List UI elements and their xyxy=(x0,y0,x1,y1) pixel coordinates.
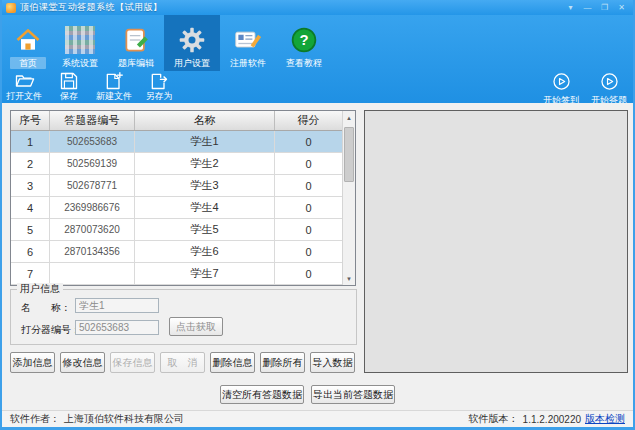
user-settings-gear-icon xyxy=(177,25,207,55)
scroll-down-icon[interactable]: ▼ xyxy=(343,272,355,285)
chevron-down-icon[interactable]: ▾ xyxy=(563,0,578,15)
nav-item-view-tutorial[interactable]: ? 查看教程 xyxy=(276,15,332,71)
table-header: 序号 答题器编号 名称 得分 xyxy=(11,111,342,131)
nav-item-question-bank[interactable]: 题库编辑 xyxy=(108,15,164,71)
open-file-icon xyxy=(13,71,35,91)
import-data-button[interactable]: 导入数据 xyxy=(310,352,355,373)
action-item-start-signin[interactable]: 开始签到 xyxy=(543,72,579,106)
device-id-field[interactable] xyxy=(75,320,159,335)
file-item-open-file[interactable]: 打开文件 xyxy=(6,71,42,103)
cell-no: 3 xyxy=(11,175,50,196)
cell-name: 学生2 xyxy=(135,153,275,174)
save-as-icon xyxy=(148,71,170,91)
svg-text:?: ? xyxy=(299,32,308,48)
cell-device-id: 2369986676 xyxy=(50,197,135,218)
cell-device-id: 2870134356 xyxy=(50,241,135,262)
table-scrollbar[interactable]: ▲ ▼ xyxy=(342,111,355,285)
play-circle-icon xyxy=(600,72,619,95)
main-toolbar: 首页 系统设置 题库编辑 用户设置 注册软件 ? 查看教程 打开文件 保存 新建… xyxy=(2,15,633,103)
cancel-button[interactable]: 取 消 xyxy=(160,352,205,373)
save-info-button[interactable]: 保存信息 xyxy=(110,352,155,373)
name-field[interactable] xyxy=(75,298,159,313)
nav-item-user-settings[interactable]: 用户设置 xyxy=(164,15,220,71)
session-actions: 开始签到 开始答题 xyxy=(543,72,627,106)
cell-score: 0 xyxy=(275,197,342,218)
cell-name: 学生1 xyxy=(135,131,275,152)
cell-no: 6 xyxy=(11,241,50,262)
close-icon[interactable]: ✕ xyxy=(614,0,629,15)
table-row[interactable]: 3 502678771 学生3 0 xyxy=(11,175,342,197)
cell-score: 0 xyxy=(275,241,342,262)
window-controls: ▾ — ❐ ✕ xyxy=(563,0,629,15)
delete-info-button[interactable]: 删除信息 xyxy=(210,352,255,373)
action-item-start-answer[interactable]: 开始答题 xyxy=(591,72,627,106)
status-bar: 软件作者： 上海顶伯软件科技有限公司 软件版本： 1.1.2.200220 版本… xyxy=(2,410,633,427)
export-current-button[interactable]: 导出当前答题数据 xyxy=(311,385,395,404)
cell-device-id: 502569139 xyxy=(50,153,135,174)
cell-no: 2 xyxy=(11,153,50,174)
version-value: 1.1.2.200220 xyxy=(523,414,581,425)
cell-device-id: 502653683 xyxy=(50,131,135,152)
question-bank-icon xyxy=(121,25,151,55)
main-area: 序号 答题器编号 名称 得分 1 502653683 学生1 0 2 50256… xyxy=(2,103,633,410)
device-table-body: 1 502653683 学生1 0 2 502569139 学生2 0 3 50… xyxy=(11,131,342,285)
cell-score: 0 xyxy=(275,219,342,240)
add-info-button[interactable]: 添加信息 xyxy=(10,352,55,373)
cell-device-id: 2870073620 xyxy=(50,219,135,240)
system-settings-icon xyxy=(65,25,95,55)
cell-device-id xyxy=(50,263,135,284)
table-row[interactable]: 2 502569139 学生2 0 xyxy=(11,153,342,175)
app-logo-icon xyxy=(6,3,16,13)
cell-name: 学生7 xyxy=(135,263,275,284)
cell-name: 学生6 xyxy=(135,241,275,262)
version-check-link[interactable]: 版本检测 xyxy=(585,412,625,426)
table-row[interactable]: 1 502653683 学生1 0 xyxy=(11,131,342,153)
cell-score: 0 xyxy=(275,175,342,196)
delete-all-button[interactable]: 删除所有 xyxy=(260,352,305,373)
modify-info-button[interactable]: 修改信息 xyxy=(60,352,105,373)
tutorial-help-icon: ? xyxy=(289,25,319,55)
device-table: 序号 答题器编号 名称 得分 1 502653683 学生1 0 2 50256… xyxy=(10,110,356,286)
author-value: 上海顶伯软件科技有限公司 xyxy=(64,412,184,426)
cell-name: 学生4 xyxy=(135,197,275,218)
clear-all-answers-button[interactable]: 清空所有答题数据 xyxy=(220,385,304,404)
scroll-thumb[interactable] xyxy=(344,127,354,182)
name-label: 名 称： xyxy=(21,301,71,315)
author-label: 软件作者： xyxy=(10,412,60,426)
file-item-new-file[interactable]: 新建文件 xyxy=(96,71,132,103)
data-buttons: 清空所有答题数据 导出当前答题数据 xyxy=(220,385,395,404)
user-info-group: 用户信息 名 称： 打分器编号： 点击获取 xyxy=(10,289,357,345)
user-info-title: 用户信息 xyxy=(17,283,63,295)
version-label: 软件版本： xyxy=(469,412,519,426)
register-software-icon xyxy=(233,25,263,55)
header-device-id: 答题器编号 xyxy=(50,111,135,130)
header-score: 得分 xyxy=(275,111,342,130)
title-bar: 顶伯课堂互动答题系统【试用版】 ▾ — ❐ ✕ xyxy=(2,0,633,15)
cell-device-id: 502678771 xyxy=(50,175,135,196)
cell-name: 学生5 xyxy=(135,219,275,240)
file-item-save[interactable]: 保存 xyxy=(51,71,87,103)
record-buttons: 添加信息 修改信息 保存信息 取 消 删除信息 删除所有 导入数据 xyxy=(10,352,355,373)
file-item-save-as[interactable]: 另存为 xyxy=(141,71,177,103)
cell-no: 1 xyxy=(11,131,50,152)
table-row[interactable]: 6 2870134356 学生6 0 xyxy=(11,241,342,263)
maximize-icon[interactable]: ❐ xyxy=(597,0,612,15)
device-table-grid: 序号 答题器编号 名称 得分 1 502653683 学生1 0 2 50256… xyxy=(11,111,342,285)
cell-score: 0 xyxy=(275,263,342,284)
file-toolbar: 打开文件 保存 新建文件 另存为 开始签到 开始答题 xyxy=(2,71,633,103)
scroll-up-icon[interactable]: ▲ xyxy=(343,111,355,124)
table-row[interactable]: 7 学生7 0 xyxy=(11,263,342,285)
window-title: 顶伯课堂互动答题系统【试用版】 xyxy=(20,1,563,14)
nav-item-home[interactable]: 首页 xyxy=(4,15,52,71)
header-no: 序号 xyxy=(11,111,50,130)
table-row[interactable]: 5 2870073620 学生5 0 xyxy=(11,219,342,241)
header-name: 名称 xyxy=(135,111,275,130)
table-row[interactable]: 4 2369986676 学生4 0 xyxy=(11,197,342,219)
device-id-label: 打分器编号： xyxy=(21,323,81,337)
fetch-device-id-button[interactable]: 点击获取 xyxy=(169,317,223,336)
nav-item-register-software[interactable]: 注册软件 xyxy=(220,15,276,71)
save-icon xyxy=(58,71,80,91)
nav-item-system-settings[interactable]: 系统设置 xyxy=(52,15,108,71)
minimize-icon[interactable]: — xyxy=(580,0,595,15)
home-icon xyxy=(13,25,43,55)
